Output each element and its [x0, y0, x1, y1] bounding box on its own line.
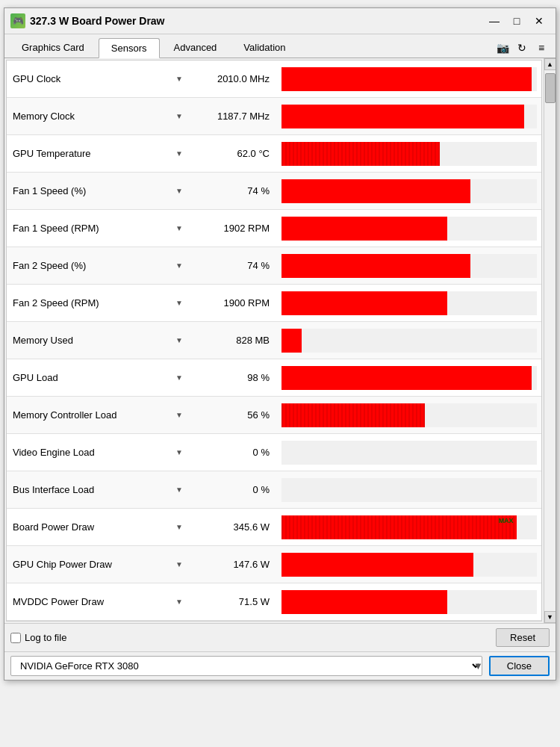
sensor-bar-area — [277, 254, 541, 278]
tab-sensors[interactable]: Sensors — [99, 38, 160, 58]
sensor-name: GPU Temperature — [7, 148, 171, 159]
sensor-name: GPU Load — [7, 372, 171, 383]
sensor-dropdown-arrow[interactable]: ▼ — [171, 411, 187, 419]
sensor-row: Video Engine Load▼0 % — [7, 434, 541, 471]
sensor-bar-area — [277, 291, 541, 315]
tab-advanced[interactable]: Advanced — [161, 37, 230, 58]
bar-noise — [281, 142, 440, 166]
sensor-row: Fan 1 Speed (%)▼74 % — [7, 173, 541, 210]
sensor-row: Board Power Draw▼345.6 WMAX — [7, 509, 541, 546]
scroll-up-button[interactable]: ▲ — [544, 58, 556, 70]
sensor-row: Memory Controller Load▼56 % — [7, 397, 541, 434]
bar-noise — [281, 515, 517, 539]
sensor-row: Fan 2 Speed (%)▼74 % — [7, 247, 541, 285]
sensor-dropdown-arrow[interactable]: ▼ — [171, 523, 187, 531]
sensor-dropdown-arrow[interactable]: ▼ — [171, 598, 187, 606]
app-icon: 🎮 — [10, 13, 25, 28]
bar-fill: MAX — [281, 515, 517, 539]
scrollbar[interactable]: ▲ ▼ — [544, 58, 556, 623]
close-button[interactable]: Close — [489, 656, 550, 676]
sensor-row: Fan 2 Speed (RPM)▼1900 RPM — [7, 285, 541, 322]
sensor-bar-area — [277, 142, 541, 166]
bar-fill — [281, 553, 473, 577]
sensor-bar-area — [277, 67, 541, 91]
sensor-bar-area: MAX — [277, 515, 541, 539]
bar-container — [281, 441, 537, 465]
sensor-value: 828 MB — [187, 335, 277, 346]
sensor-dropdown-arrow[interactable]: ▼ — [171, 261, 187, 270]
sensor-rows: GPU Clock▼2010.0 MHzMemory Clock▼1187.7 … — [7, 61, 541, 621]
sensor-value: 1900 RPM — [187, 297, 277, 309]
minimize-button[interactable]: — — [484, 13, 505, 29]
bar-container: MAX — [281, 515, 537, 539]
tab-validation[interactable]: Validation — [231, 37, 298, 58]
sensor-bar-area — [277, 590, 541, 614]
sensor-bar-area — [277, 217, 541, 241]
log-to-file-label[interactable]: Log to file — [10, 632, 66, 643]
sensor-row: Fan 1 Speed (RPM)▼1902 RPM — [7, 210, 541, 247]
gpu-selector[interactable]: NVIDIA GeForce RTX 3080 — [10, 656, 482, 676]
sensor-dropdown-arrow[interactable]: ▼ — [171, 336, 187, 344]
sensor-row: MVDDC Power Draw▼71.5 W — [7, 583, 541, 621]
tab-bar: Graphics Card Sensors Advanced Validatio… — [4, 34, 556, 58]
sensor-value: 1187.7 MHz — [187, 111, 277, 122]
sensor-dropdown-arrow[interactable]: ▼ — [171, 374, 187, 382]
sensor-row: GPU Clock▼2010.0 MHz — [7, 61, 541, 98]
sensor-row: GPU Temperature▼62.0 °C — [7, 135, 541, 173]
menu-button[interactable]: ≡ — [532, 40, 551, 56]
refresh-button[interactable]: ↻ — [512, 40, 532, 56]
bar-container — [281, 329, 537, 353]
sensor-dropdown-arrow[interactable]: ▼ — [171, 299, 187, 307]
bar-fill — [281, 67, 532, 91]
sensor-dropdown-arrow[interactable]: ▼ — [171, 560, 187, 568]
bar-container — [281, 105, 537, 128]
window-title: 327.3 W Board Power Draw — [30, 15, 484, 27]
sensor-row: GPU Chip Power Draw▼147.6 W — [7, 546, 541, 583]
sensor-dropdown-arrow[interactable]: ▼ — [171, 112, 187, 120]
sensor-dropdown-arrow[interactable]: ▼ — [171, 187, 187, 195]
scroll-thumb[interactable] — [545, 73, 556, 103]
sensor-name: GPU Chip Power Draw — [7, 559, 171, 570]
sensor-dropdown-arrow[interactable]: ▼ — [171, 149, 187, 158]
maximize-button[interactable]: □ — [506, 13, 527, 29]
log-to-file-checkbox[interactable] — [10, 633, 21, 643]
tab-graphics-card[interactable]: Graphics Card — [9, 37, 97, 58]
sensor-value: 147.6 W — [187, 559, 277, 570]
sensor-row: Memory Used▼828 MB — [7, 322, 541, 359]
main-window: 🎮 327.3 W Board Power Draw — □ ✕ Graphic… — [4, 7, 556, 681]
sensors-content: GPU Clock▼2010.0 MHzMemory Clock▼1187.7 … — [4, 58, 556, 623]
sensor-value: 56 % — [187, 409, 277, 421]
bar-fill — [281, 179, 470, 203]
sensor-dropdown-arrow[interactable]: ▼ — [171, 224, 187, 232]
bar-noise — [281, 403, 425, 427]
sensor-row: Memory Clock▼1187.7 MHz — [7, 98, 541, 135]
sensor-value: 345.6 W — [187, 521, 277, 533]
bar-fill — [281, 590, 447, 614]
camera-button[interactable]: 📷 — [493, 40, 512, 56]
sensor-name: Memory Clock — [7, 111, 171, 122]
sensor-name: Board Power Draw — [7, 521, 171, 533]
sensor-dropdown-arrow[interactable]: ▼ — [171, 486, 187, 494]
sensor-dropdown-arrow[interactable]: ▼ — [171, 448, 187, 456]
sensor-name: Video Engine Load — [7, 447, 171, 458]
bar-fill — [281, 291, 447, 315]
sensor-bar-area — [277, 403, 541, 427]
sensor-name: MVDDC Power Draw — [7, 596, 171, 607]
sensor-name: Fan 2 Speed (RPM) — [7, 297, 171, 309]
sensor-value: 0 % — [187, 447, 277, 458]
close-title-button[interactable]: ✕ — [529, 13, 550, 29]
sensor-bar-area — [277, 366, 541, 390]
bar-fill — [281, 366, 532, 390]
sensor-value: 74 % — [187, 185, 277, 196]
bar-fill — [281, 254, 470, 278]
bar-max-label: MAX — [499, 517, 514, 524]
reset-button[interactable]: Reset — [496, 628, 550, 647]
sensor-name: Bus Interface Load — [7, 484, 171, 495]
title-bar: 🎮 327.3 W Board Power Draw — □ ✕ — [4, 8, 556, 34]
bar-container — [281, 67, 537, 91]
sensor-dropdown-arrow[interactable]: ▼ — [171, 75, 187, 83]
sensor-name: Memory Used — [7, 335, 171, 346]
sensor-value: 74 % — [187, 260, 277, 271]
scroll-down-button[interactable]: ▼ — [544, 611, 556, 623]
bar-container — [281, 403, 537, 427]
